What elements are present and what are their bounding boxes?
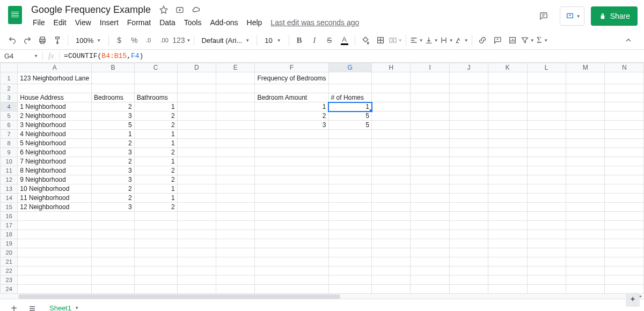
- cell-J6[interactable]: [449, 121, 488, 130]
- cell-M7[interactable]: [566, 130, 605, 139]
- cell-H13[interactable]: [372, 184, 411, 194]
- cell-L16[interactable]: [527, 212, 566, 221]
- cell-A8[interactable]: 5 Neighborhood: [18, 139, 92, 148]
- cell-A4[interactable]: 1 Neighborhood: [18, 102, 92, 112]
- cell-D1[interactable]: [177, 72, 216, 84]
- cell-A15[interactable]: 12 Neighborhood: [18, 203, 92, 212]
- cell-K12[interactable]: [488, 175, 527, 184]
- cell-E11[interactable]: [216, 166, 255, 175]
- cell-C6[interactable]: 2: [134, 121, 177, 130]
- cell-M21[interactable]: [566, 257, 605, 266]
- cell-C8[interactable]: 1: [134, 139, 177, 148]
- cell-B15[interactable]: 3: [92, 203, 135, 212]
- cell-J18[interactable]: [449, 230, 488, 239]
- cell-C5[interactable]: 2: [134, 112, 177, 121]
- cell-C20[interactable]: [134, 248, 177, 257]
- cell-F20[interactable]: [255, 248, 328, 257]
- cell-D17[interactable]: [177, 221, 216, 230]
- cell-K13[interactable]: [488, 184, 527, 194]
- cell-B24[interactable]: [92, 285, 135, 294]
- cell-K9[interactable]: [488, 148, 527, 157]
- cell-L23[interactable]: [527, 276, 566, 285]
- paint-format-icon[interactable]: [50, 33, 64, 47]
- cell-A7[interactable]: 4 Neighborhood: [18, 130, 92, 139]
- cell-D18[interactable]: [177, 230, 216, 239]
- cell-G1[interactable]: [328, 72, 371, 84]
- cell-B11[interactable]: 3: [92, 166, 135, 175]
- wrap-icon[interactable]: ▼: [440, 33, 453, 47]
- cell-I5[interactable]: [411, 112, 449, 121]
- row-header-2[interactable]: 2: [1, 84, 18, 93]
- cell-I3[interactable]: [411, 93, 449, 102]
- cell-B7[interactable]: 1: [92, 130, 135, 139]
- cell-L4[interactable]: [527, 102, 566, 112]
- cell-D16[interactable]: [177, 212, 216, 221]
- cell-A2[interactable]: [18, 84, 92, 93]
- cell-F17[interactable]: [255, 221, 328, 230]
- cell-L6[interactable]: [527, 121, 566, 130]
- cell-J17[interactable]: [449, 221, 488, 230]
- cell-N5[interactable]: [605, 112, 644, 121]
- cell-E23[interactable]: [216, 276, 255, 285]
- cell-K11[interactable]: [488, 166, 527, 175]
- cell-G2[interactable]: [328, 84, 371, 93]
- doc-title[interactable]: Google Frequency Example: [29, 4, 153, 16]
- cell-C21[interactable]: [134, 257, 177, 266]
- currency-button[interactable]: $: [112, 33, 126, 47]
- cell-E24[interactable]: [216, 285, 255, 294]
- menu-tools[interactable]: Tools: [180, 17, 206, 28]
- row-header-21[interactable]: 21: [1, 257, 18, 266]
- cell-A6[interactable]: 3 Neighborhood: [18, 121, 92, 130]
- cell-H3[interactable]: [372, 93, 411, 102]
- cell-D22[interactable]: [177, 266, 216, 276]
- cell-I15[interactable]: [411, 203, 449, 212]
- cell-D6[interactable]: [177, 121, 216, 130]
- cell-L12[interactable]: [527, 175, 566, 184]
- cell-G11[interactable]: [328, 166, 371, 175]
- comment-history-icon[interactable]: [534, 6, 553, 26]
- cell-I8[interactable]: [411, 139, 449, 148]
- cell-L8[interactable]: [527, 139, 566, 148]
- cell-C17[interactable]: [134, 221, 177, 230]
- cell-B3[interactable]: Bedrooms: [92, 93, 135, 102]
- cell-H23[interactable]: [372, 276, 411, 285]
- cell-F21[interactable]: [255, 257, 328, 266]
- cell-L15[interactable]: [527, 203, 566, 212]
- cell-N19[interactable]: [605, 239, 644, 248]
- cell-B12[interactable]: 3: [92, 175, 135, 184]
- cell-N11[interactable]: [605, 166, 644, 175]
- row-header-1[interactable]: 1: [1, 72, 18, 84]
- cell-D20[interactable]: [177, 248, 216, 257]
- horizontal-scrollbar[interactable]: ◀▶: [0, 293, 644, 299]
- row-header-10[interactable]: 10: [1, 157, 18, 166]
- menu-view[interactable]: View: [71, 17, 95, 28]
- cell-C11[interactable]: 2: [134, 166, 177, 175]
- cell-N23[interactable]: [605, 276, 644, 285]
- cell-M19[interactable]: [566, 239, 605, 248]
- cell-A18[interactable]: [18, 230, 92, 239]
- cell-M11[interactable]: [566, 166, 605, 175]
- cell-A10[interactable]: 7 Neighborhood: [18, 157, 92, 166]
- cell-I4[interactable]: [411, 102, 449, 112]
- cell-H15[interactable]: [372, 203, 411, 212]
- cell-J9[interactable]: [449, 148, 488, 157]
- cell-D5[interactable]: [177, 112, 216, 121]
- present-button[interactable]: ▼: [560, 6, 584, 26]
- cell-C1[interactable]: [134, 72, 177, 84]
- cell-M16[interactable]: [566, 212, 605, 221]
- percent-button[interactable]: %: [127, 33, 141, 47]
- row-header-15[interactable]: 15: [1, 203, 18, 212]
- cell-L22[interactable]: [527, 266, 566, 276]
- cell-D13[interactable]: [177, 184, 216, 194]
- menu-data[interactable]: Data: [156, 17, 179, 28]
- cell-N3[interactable]: [605, 93, 644, 102]
- cell-A3[interactable]: House Address: [18, 93, 92, 102]
- column-header-G[interactable]: G: [328, 63, 371, 72]
- cell-K24[interactable]: [488, 285, 527, 294]
- cell-C23[interactable]: [134, 276, 177, 285]
- cell-M18[interactable]: [566, 230, 605, 239]
- cell-L20[interactable]: [527, 248, 566, 257]
- cell-D14[interactable]: [177, 194, 216, 203]
- column-header-N[interactable]: N: [605, 63, 644, 72]
- column-header-E[interactable]: E: [216, 63, 255, 72]
